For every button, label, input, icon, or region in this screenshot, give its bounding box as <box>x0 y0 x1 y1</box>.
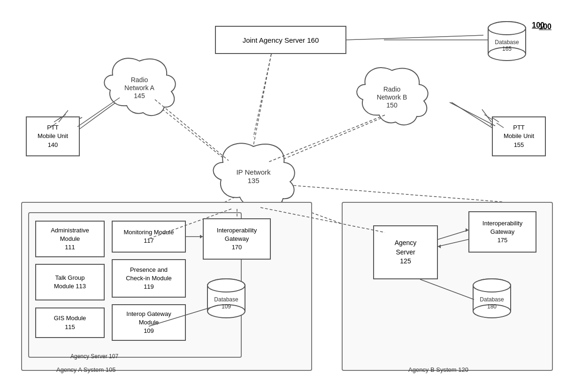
interop-gateway-module-label: Interop Gateway Module 109 <box>126 310 171 336</box>
database-165-svg: Database 165 <box>483 20 530 62</box>
svg-text:Database: Database <box>480 296 504 303</box>
svg-line-32 <box>61 115 66 117</box>
gis-module-label: GIS Module 115 <box>54 314 86 331</box>
talk-group-module-box: Talk Group Module 113 <box>35 264 105 300</box>
svg-text:IP Network: IP Network <box>236 168 271 176</box>
ptt-155-antenna <box>472 107 498 125</box>
interop-gateway-170-label: Interoperability Gateway 170 <box>217 226 257 252</box>
svg-text:Radio: Radio <box>383 85 401 93</box>
svg-text:Network B: Network B <box>377 93 407 101</box>
presence-module-box: Presence and Check-in Module 119 <box>112 259 186 298</box>
diagram-ref: 100 <box>539 23 551 31</box>
interop-gateway-module-box: Interop Gateway Module 109 <box>112 304 186 341</box>
joint-agency-server-box: Joint Agency Server 160 <box>215 26 346 54</box>
svg-line-52 <box>346 35 483 40</box>
svg-line-53 <box>253 54 271 137</box>
diagram-container: .dashed { stroke: #555; stroke-width: 1.… <box>0 0 582 392</box>
admin-module-label: Administrative Module 111 <box>51 226 89 252</box>
svg-point-22 <box>488 22 526 35</box>
svg-text:Network A: Network A <box>124 84 154 92</box>
presence-module-label: Presence and Check-in Module 119 <box>126 266 172 292</box>
radio-network-b-cloud: Radio Network B 150 <box>351 61 433 127</box>
agency-server-107-label: Agency Server 107 <box>70 353 118 360</box>
monitoring-module-box: Monitoring Module 117 <box>112 221 186 253</box>
ptt-140-label: PTT Mobile Unit 140 <box>38 123 68 149</box>
svg-text:Database: Database <box>214 296 238 303</box>
agency-b-system-label: Agency B System 120 <box>408 366 468 373</box>
svg-text:109: 109 <box>222 303 231 310</box>
agency-a-system-label: Agency A System 105 <box>56 366 115 373</box>
ptt-155-label: PTT Mobile Unit 155 <box>504 123 534 149</box>
svg-text:180: 180 <box>487 303 497 310</box>
ip-network-cloud: IP Network 135 <box>208 136 299 209</box>
interop-gateway-170-box: Interoperability Gateway 170 <box>203 218 271 260</box>
interop-gateway-175-label: Interoperability Gateway 175 <box>482 219 522 245</box>
radio-network-a-cloud: Radio Network A 145 <box>99 52 181 117</box>
svg-point-42 <box>207 279 245 292</box>
svg-text:165: 165 <box>502 46 512 52</box>
database-180-svg: Database 180 <box>468 277 515 322</box>
admin-module-box: Administrative Module 111 <box>35 221 105 257</box>
ptt-mobile-unit-155-box: PTT Mobile Unit 155 <box>492 116 546 156</box>
svg-text:145: 145 <box>134 92 145 100</box>
svg-text:Database: Database <box>495 39 519 46</box>
svg-text:135: 135 <box>247 177 259 184</box>
monitoring-module-label: Monitoring Module 117 <box>124 228 174 245</box>
ptt-140-antenna <box>54 108 77 124</box>
svg-point-48 <box>473 279 511 292</box>
agency-server-125-box: Agency Server 125 <box>373 225 438 279</box>
svg-text:150: 150 <box>386 101 398 109</box>
database-109-svg: Database 109 <box>203 277 250 322</box>
talk-group-module-label: Talk Group Module 113 <box>54 274 86 291</box>
interop-gateway-175-box: Interoperability Gateway 175 <box>468 211 536 253</box>
gis-module-box: GIS Module 115 <box>35 307 105 338</box>
agency-server-125-label: Agency Server 125 <box>395 238 417 266</box>
svg-text:Radio: Radio <box>131 76 148 84</box>
